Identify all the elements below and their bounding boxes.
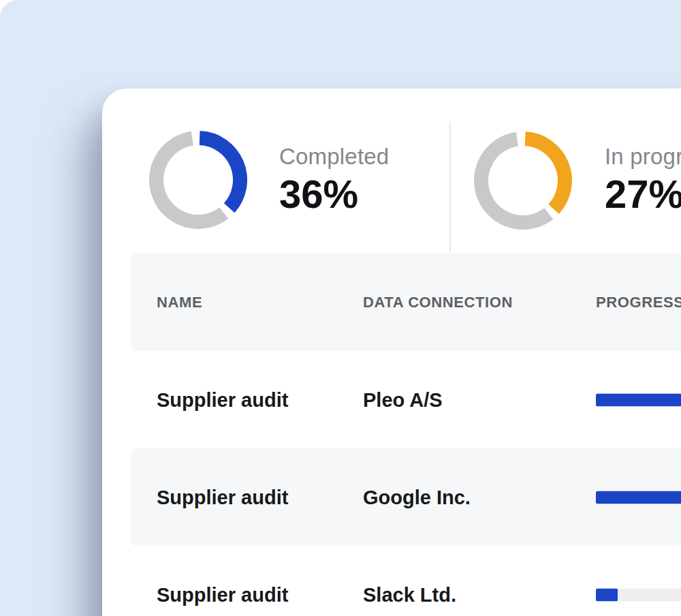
table-row[interactable]: Supplier audit Pleo A/S — [102, 351, 681, 448]
row-progress-cell — [596, 491, 681, 504]
stat-completed-label: Completed — [279, 143, 389, 170]
progress-bar-fill — [596, 491, 681, 504]
stat-in-progress-text: In progress 27% — [605, 143, 681, 215]
stat-completed-value: 36% — [279, 173, 389, 215]
column-header-progress: PROGRESS — [596, 294, 681, 311]
progress-bar-fill — [596, 588, 618, 601]
stat-in-progress: In progress 27% — [451, 89, 681, 253]
progress-bar-track — [596, 393, 681, 406]
row-progress-cell — [596, 393, 681, 406]
table-row[interactable]: Supplier audit Slack Ltd. — [102, 546, 681, 616]
table-row[interactable]: Supplier audit Google Inc. — [102, 448, 681, 546]
column-header-data-connection: DATA CONNECTION — [363, 294, 513, 311]
row-data-connection: Google Inc. — [363, 486, 471, 508]
row-name: Supplier audit — [157, 583, 288, 606]
stat-completed-text: Completed 36% — [279, 143, 389, 215]
in-progress-donut-chart — [474, 132, 572, 230]
row-name: Supplier audit — [157, 486, 288, 508]
row-progress-cell — [596, 588, 681, 601]
row-data-connection: Pleo A/S — [363, 388, 443, 411]
stat-in-progress-value: 27% — [605, 173, 681, 215]
table-header-row: NAME DATA CONNECTION PROGRESS — [102, 253, 681, 351]
dashboard-card: Completed 36% In progress 27% NAME DATA … — [102, 89, 681, 616]
row-data-connection: Slack Ltd. — [363, 583, 456, 606]
completed-donut-chart — [149, 131, 247, 229]
row-name: Supplier audit — [157, 388, 288, 411]
stat-in-progress-label: In progress — [605, 143, 681, 170]
column-header-name: NAME — [157, 294, 202, 311]
progress-bar-fill — [596, 393, 681, 406]
stats-strip: Completed 36% In progress 27% — [102, 89, 681, 253]
progress-bar-track — [596, 588, 681, 601]
stat-completed: Completed 36% — [102, 89, 449, 253]
progress-bar-track — [596, 491, 681, 504]
